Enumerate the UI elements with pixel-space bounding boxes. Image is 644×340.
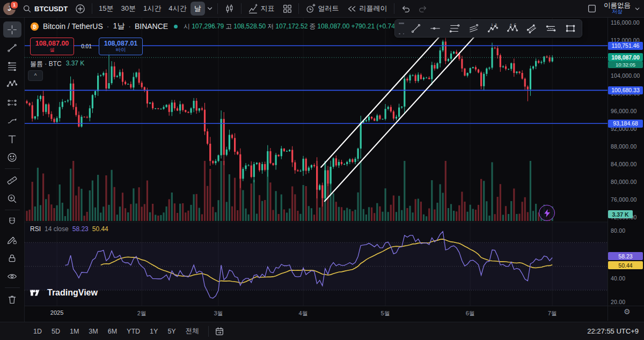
tool-magnet[interactable] [3, 213, 21, 230]
tool-fib-retracement[interactable] [3, 58, 21, 74]
range-1y[interactable]: 1Y [147, 326, 161, 337]
parallel-channel-icon [526, 23, 538, 34]
toolbar-separator [217, 3, 218, 14]
trend-channel-line[interactable] [325, 32, 479, 201]
tool-text[interactable] [3, 131, 21, 147]
price-tick: 80,000.00 [611, 179, 637, 185]
layout-grid-button[interactable] [279, 2, 296, 15]
price-level-label: 93,184.68 [608, 120, 643, 128]
range-1m[interactable]: 1M [67, 326, 82, 337]
price-tick: 88,000.00 [611, 143, 637, 150]
interval-1d-selected[interactable]: 날 [191, 2, 205, 16]
tool-prediction[interactable] [3, 94, 21, 110]
pencil-lock-icon [6, 234, 18, 246]
range-ytd[interactable]: YTD [123, 326, 143, 337]
last-price-label: 108,087.00 [608, 53, 643, 61]
interval-30m[interactable]: 30분 [118, 2, 140, 16]
chevron-down-icon[interactable] [206, 5, 214, 12]
tool-trend-line[interactable] [3, 40, 21, 56]
instant-trading-button[interactable] [539, 205, 555, 221]
candle-wicks-up [35, 40, 552, 201]
range-5y[interactable]: 5Y [164, 326, 179, 337]
tool-lock-all[interactable] [3, 250, 21, 266]
price-tick: 104,000.00 [611, 72, 640, 79]
plus-circle-icon [75, 4, 85, 14]
range-6m[interactable]: 6M [105, 326, 120, 337]
range-3m[interactable]: 3M [85, 326, 101, 337]
top-toolbar: J 1 BTCUSDT 15분 30분 1시간 4시간 날 지표 [0, 0, 644, 18]
float-tool-fib-retracement[interactable] [445, 21, 464, 36]
volume-legend[interactable]: 볼륨 · BTC 3.37 K [30, 60, 84, 69]
rsi-title: RSI [30, 225, 41, 233]
tool-hide-all[interactable] [3, 268, 21, 284]
alert-button[interactable]: 얼러트 [302, 2, 343, 16]
rsi-legend[interactable]: RSI 14 close 58.23 50.44 [30, 225, 108, 233]
chevron-down-icon[interactable] [634, 5, 641, 12]
volume-value: 3.37 K [66, 60, 85, 69]
drag-handle[interactable] [399, 23, 404, 34]
layout-name-block[interactable]: 이름없음 저장 [604, 2, 631, 15]
tool-draw-lock[interactable] [3, 232, 21, 248]
floating-drawing-toolbar: 1 5 A C [394, 19, 582, 38]
spread-value: 0.01 [74, 43, 99, 49]
elliott-wave-icon: 1 5 [487, 23, 499, 34]
range-1d[interactable]: 1D [30, 326, 45, 337]
range-all[interactable]: 전체 [182, 324, 202, 338]
candle-bodies-down [26, 42, 550, 198]
save-label: 저장 [612, 9, 623, 15]
prediction-icon [6, 97, 18, 108]
symbol-search-button[interactable]: BTCUSDT [19, 3, 71, 15]
buy-button[interactable]: 108,087.01 바이 [99, 38, 143, 55]
goto-date-button[interactable] [211, 326, 228, 337]
tool-zoom-in[interactable] [3, 190, 21, 206]
tool-ruler[interactable] [3, 172, 21, 188]
search-icon [23, 4, 32, 13]
sell-button[interactable]: 108,087.00 셀 [30, 38, 74, 55]
save-layout-button[interactable] [583, 2, 601, 15]
float-tool-fib-channel[interactable] [465, 21, 483, 36]
redo-button[interactable] [414, 2, 431, 15]
symbol-exchange: BINANCE [135, 22, 168, 31]
bar-close-countdown: 10:32:05 [608, 61, 643, 68]
float-tool-parallel-channel[interactable] [523, 21, 541, 36]
axis-settings-gear-icon[interactable]: ⚙ [624, 307, 631, 316]
crosshair-icon [6, 24, 18, 35]
price-tick: 96,000.00 [611, 108, 637, 114]
bitcoin-icon: ₿ [30, 22, 39, 31]
buy-label: 바이 [116, 47, 126, 53]
chart-style-button[interactable] [221, 2, 238, 16]
pane-collapse-button[interactable]: ^ [28, 70, 43, 81]
alert-label: 얼러트 [318, 4, 339, 13]
trend-channel-line[interactable] [321, 27, 448, 167]
price-tick: 76,000.00 [611, 196, 637, 203]
tool-brush[interactable] [3, 113, 21, 129]
tool-emoji[interactable] [3, 149, 21, 165]
float-tool-rectangle[interactable] [561, 21, 580, 36]
indicators-button[interactable]: 지표 [244, 2, 279, 16]
interval-15m[interactable]: 15분 [95, 2, 117, 16]
tradingview-logo[interactable]: TradingView [30, 288, 98, 298]
float-tool-disjoint-channel[interactable] [542, 21, 560, 36]
volume-label: 볼륨 · BTC [30, 60, 62, 69]
market-status-dot [174, 25, 178, 28]
disjoint-channel-icon [545, 23, 557, 34]
indicators-icon [248, 4, 258, 14]
candles-icon [224, 4, 235, 14]
symbol-legend[interactable]: ₿ Bitcoin / TetherUS · 1날 · BINANCE 시107… [30, 21, 403, 31]
interval-4h[interactable]: 4시간 [165, 2, 190, 16]
range-5d[interactable]: 5D [48, 326, 63, 337]
float-tool-trend-line[interactable] [407, 21, 425, 36]
float-tool-elliott-wave[interactable]: 1 5 [484, 21, 502, 36]
float-tool-horizontal-line[interactable] [426, 21, 444, 36]
float-tool-xabcd[interactable]: A C [503, 21, 522, 36]
toolbar-separator [241, 3, 241, 14]
tool-pattern[interactable] [3, 76, 21, 92]
session-clock[interactable]: 22:27:55 UTC+9 [587, 327, 639, 335]
undo-button[interactable] [397, 2, 414, 15]
tool-delete-all[interactable] [3, 291, 21, 307]
replay-button[interactable]: 리플레이 [343, 2, 391, 16]
tool-crosshair[interactable] [3, 21, 21, 38]
compare-add-button[interactable] [71, 2, 89, 16]
interval-1h[interactable]: 1시간 [140, 2, 165, 16]
user-avatar[interactable]: J 1 [3, 3, 16, 15]
